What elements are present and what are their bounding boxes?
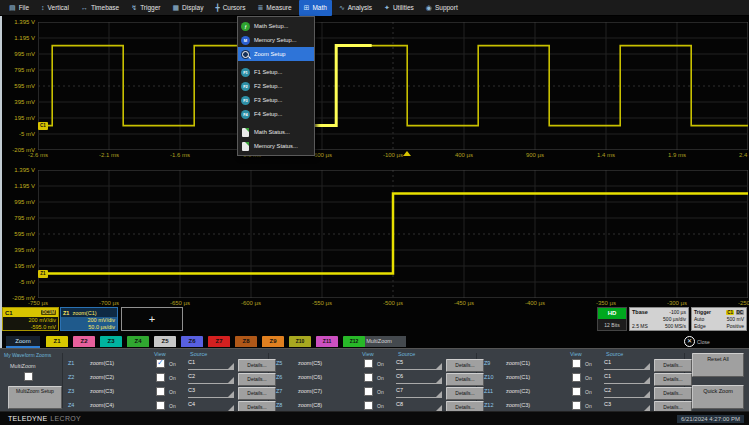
source-value: C1 [188,359,195,365]
source-field-z7[interactable]: C7 [396,387,442,398]
menu-item-f1-setup[interactable]: F1F1 Setup... [238,65,314,79]
tab-z6[interactable]: Z6 [181,336,203,347]
details-button-z11[interactable]: Details... [654,387,692,400]
quick-zoom-button[interactable]: Quick Zoom [692,385,744,409]
details-button-z9[interactable]: Details... [654,359,692,372]
details-button-z10[interactable]: Details... [654,373,692,386]
menu-math[interactable]: ⊞Math [299,0,332,16]
menu-measure[interactable]: ≣Measure [252,0,296,16]
menu-support[interactable]: ◉Support [421,0,463,16]
tab-z11[interactable]: Z11 [316,336,338,347]
menu-item-label: Memory Setup... [254,37,297,43]
tab-zoom[interactable]: Zoom [6,336,40,348]
source-field-z5[interactable]: C5 [396,359,442,370]
view-checkbox-z4[interactable] [156,401,165,410]
view-checkbox-z7[interactable] [364,387,373,396]
zoom-row-label: zoom(C7) [298,388,322,394]
menu-item-memory-status[interactable]: Memory Status... [238,139,314,153]
c1-trace-descriptor[interactable]: C1 DC1M 200 mV/div -595.0 mV [2,307,59,331]
source-value: C3 [604,401,611,407]
z1-trace-descriptor[interactable]: Z1 zoom(C1) 200 mV/div 50.0 µs/div [60,307,118,331]
menu-item-f4-setup[interactable]: F4F4 Setup... [238,107,314,121]
menu-item-label: F3 Setup... [254,97,282,103]
trigger-position-marker[interactable] [403,151,411,156]
main-graticule [38,22,748,150]
zoom-row-id: Z4 [68,402,74,408]
menu-file[interactable]: ▤File [4,0,34,16]
view-checkbox-z11[interactable] [572,387,581,396]
details-button-z5[interactable]: Details... [446,359,484,372]
view-checkbox-z10[interactable] [572,373,581,382]
source-field-z10[interactable]: C1 [604,373,650,384]
view-checkbox-z12[interactable] [572,401,581,410]
details-label: Details... [663,390,682,396]
menu-display[interactable]: ▦Display [167,0,208,16]
menu-item-zoom-setup[interactable]: Zoom Setup [238,47,314,61]
menu-item-f3-setup[interactable]: F3F3 Setup... [238,93,314,107]
close-dialog-button[interactable]: ✕ Close [684,336,710,347]
source-field-z9[interactable]: C1 [604,359,650,370]
magnifier-glyph [242,51,249,58]
menu-trigger[interactable]: ↯Trigger [126,0,165,16]
tab-z7[interactable]: Z7 [208,336,230,347]
tab-z12[interactable]: Z12 [343,336,365,347]
zoom-row-id: Z1 [68,360,74,366]
menu-item-math-setup[interactable]: ƒMath Setup... [238,19,314,33]
reset-all-button[interactable]: Reset All [692,353,744,377]
source-value: C4 [188,401,195,407]
view-checkbox-z2[interactable] [156,373,165,382]
on-label: On [169,361,176,367]
c1-trace-marker[interactable]: C1 [38,122,48,130]
source-field-z11[interactable]: C2 [604,387,650,398]
tab-z8[interactable]: Z8 [235,336,257,347]
view-checkbox-z5[interactable] [364,359,373,368]
menu-cursors[interactable]: ╋Cursors [210,0,250,16]
details-button-z3[interactable]: Details... [238,387,276,400]
hd-mode-indicator[interactable]: HD 12 Bits [597,307,627,331]
timebase-descriptor[interactable]: Tbase -100 µs 500 µs/div 2.5 MS 500 MS/s [629,307,689,331]
tab-z10[interactable]: Z10 [289,336,311,347]
tab-z9[interactable]: Z9 [262,336,284,347]
view-checkbox-z3[interactable] [156,387,165,396]
details-button-z1[interactable]: Details... [238,359,276,372]
c1-label: C1 [5,310,13,316]
zoom-graticule [38,170,748,298]
multizoom-checkbox[interactable] [24,372,33,381]
multizoom-setup-button[interactable]: MultiZoom Setup [8,386,62,409]
tab-z1[interactable]: Z1 [46,336,68,347]
menu-item-memory-setup[interactable]: MMemory Setup... [238,33,314,47]
source-field-z6[interactable]: C6 [396,373,442,384]
details-button-z2[interactable]: Details... [238,373,276,386]
zoom-x-label: -250 µs [738,300,749,306]
view-checkbox-z9[interactable] [572,359,581,368]
tab-z2[interactable]: Z2 [73,336,95,347]
z1-trace-marker[interactable]: Z1 [38,270,48,278]
tab-z3[interactable]: Z3 [100,336,122,347]
view-checkbox-z8[interactable] [364,401,373,410]
main-x-label: -2.1 ms [99,152,119,158]
source-field-z2[interactable]: C2 [188,373,234,384]
dialog-title: My Waveform Zooms [4,352,51,358]
plus-icon: + [149,313,155,325]
menu-utilities[interactable]: ✦Utilities [379,0,419,16]
math-status-icon [242,128,249,137]
menu-timebase[interactable]: ↔Timebase [76,0,124,16]
tab-z5[interactable]: Z5 [154,336,176,347]
details-label: Details... [455,362,474,368]
source-field-z1[interactable]: C1 [188,359,234,370]
menu-item-math-status[interactable]: Math Status... [238,125,314,139]
source-field-z3[interactable]: C3 [188,387,234,398]
close-label: Close [697,339,710,345]
menu-vertical[interactable]: ↕Vertical [36,0,74,16]
view-checkbox-z6[interactable] [364,373,373,382]
menu-item-f2-setup[interactable]: F2F2 Setup... [238,79,314,93]
menu-analysis[interactable]: ∿Analysis [334,0,377,16]
tab-z4[interactable]: Z4 [127,336,149,347]
trigger-descriptor[interactable]: Trigger C1 DC Auto 500 mV Edge Positive [691,307,747,331]
view-checkbox-z1[interactable] [156,359,165,368]
zoom-y-label: 795 mV [1,215,35,222]
add-trace-button[interactable]: + [121,307,183,331]
timebase-delay: -100 µs [669,309,686,316]
details-button-z7[interactable]: Details... [446,387,484,400]
details-button-z6[interactable]: Details... [446,373,484,386]
